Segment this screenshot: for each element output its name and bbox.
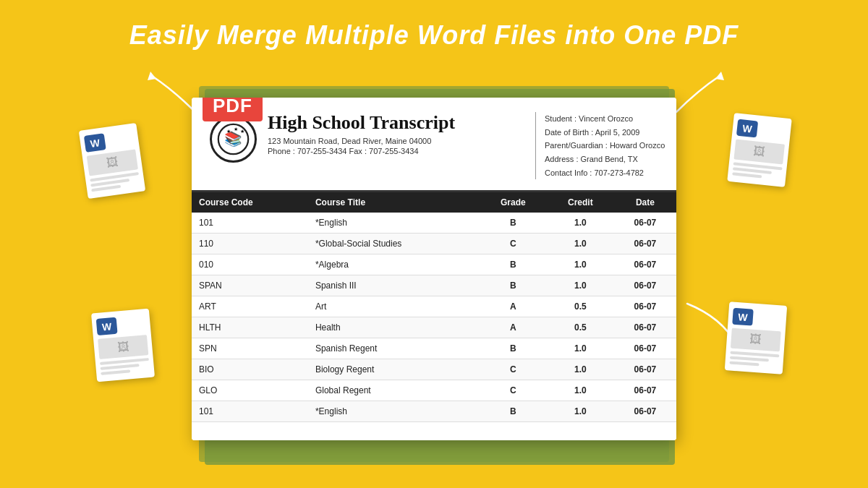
student-dob: Date of Birth : April 5, 2009 (545, 126, 665, 140)
cell-grade: B (480, 254, 547, 275)
svg-marker-0 (148, 72, 156, 80)
cell-code: BIO (192, 359, 308, 380)
table-header-row: Course Code Course Title Grade Credit Da… (192, 192, 676, 213)
cell-title: *English (308, 213, 480, 234)
cell-code: SPN (192, 338, 308, 359)
cell-grade: B (480, 338, 547, 359)
cell-code: 110 (192, 234, 308, 254)
student-contact: Contact Info : 707-273-4782 (545, 166, 665, 180)
cell-grade: C (480, 380, 547, 401)
col-header-credit: Credit (547, 192, 614, 213)
document-title: High School Transcript (268, 112, 524, 134)
student-info: Student : Vincent Orozco Date of Birth :… (535, 112, 665, 179)
cell-credit: 1.0 (547, 254, 614, 275)
word-doc-bottom-left: W 🖼 (91, 309, 155, 382)
doc-image: 🖼 (731, 328, 781, 352)
doc-lines: 🖼 (732, 140, 785, 183)
word-doc-top-left: W 🖼 (79, 123, 145, 199)
cell-code: GLO (192, 380, 308, 401)
arrow-top-right-icon (669, 69, 727, 119)
svg-text:★: ★ (234, 126, 238, 132)
school-logo-icon: 📚 ★ ★ ★ (210, 116, 257, 163)
table-row: 101 *English B 1.0 06-07 (192, 213, 676, 234)
doc-line (729, 361, 759, 367)
student-name: Student : Vincent Orozco (545, 112, 665, 126)
cell-credit: 0.5 (547, 317, 614, 338)
page-headline: Easily Merge Multiple Word Files into On… (0, 0, 868, 51)
cell-grade: B (480, 213, 547, 234)
transcript-table: Course Code Course Title Grade Credit Da… (192, 192, 676, 422)
col-header-code: Course Code (192, 192, 308, 213)
pdf-document: PDF 📚 ★ ★ ★ High School Transcript 123 M… (192, 98, 676, 440)
cell-code: SPAN (192, 275, 308, 296)
cell-title: Global Regent (308, 380, 480, 401)
cell-credit: 1.0 (547, 359, 614, 380)
svg-text:★: ★ (240, 128, 244, 134)
cell-title: *Global-Social Studies (308, 234, 480, 254)
cell-title: Health (308, 317, 480, 338)
cell-title: Biology Regent (308, 359, 480, 380)
table-row: BIO Biology Regent C 1.0 06-07 (192, 359, 676, 380)
cell-grade: C (480, 234, 547, 254)
cell-grade: B (480, 275, 547, 296)
cell-date: 06-07 (614, 338, 676, 359)
word-badge: W (736, 119, 758, 138)
word-badge: W (96, 317, 118, 335)
table-row: SPN Spanish Regent B 1.0 06-07 (192, 338, 676, 359)
cell-date: 06-07 (614, 213, 676, 234)
doc-title-section: High School Transcript 123 Mountain Road… (268, 112, 524, 157)
cell-title: Spanish III (308, 275, 480, 296)
table-row: SPAN Spanish III B 1.0 06-07 (192, 275, 676, 296)
cell-credit: 1.0 (547, 338, 614, 359)
cell-grade: B (480, 401, 547, 422)
cell-code: HLTH (192, 317, 308, 338)
cell-title: Art (308, 296, 480, 317)
table-row: 010 *Algebra B 1.0 06-07 (192, 254, 676, 275)
table-row: GLO Global Regent C 1.0 06-07 (192, 380, 676, 401)
cell-code: 101 (192, 401, 308, 422)
doc-line (101, 369, 130, 375)
col-header-title: Course Title (308, 192, 480, 213)
doc-address: 123 Mountain Road, Dead River, Maine 040… (268, 137, 524, 145)
cell-date: 06-07 (614, 254, 676, 275)
col-header-grade: Grade (480, 192, 547, 213)
cell-title: *English (308, 401, 480, 422)
col-header-date: Date (614, 192, 676, 213)
cell-date: 06-07 (614, 380, 676, 401)
doc-line (101, 364, 140, 370)
doc-image: 🖼 (98, 335, 148, 359)
cell-credit: 1.0 (547, 401, 614, 422)
cell-credit: 0.5 (547, 296, 614, 317)
blank-bottom-section (192, 422, 676, 440)
table-body: 101 *English B 1.0 06-07 110 *Global-Soc… (192, 213, 676, 422)
doc-line (100, 358, 149, 365)
doc-line (732, 172, 762, 178)
doc-image: 🖼 (733, 140, 785, 165)
cell-grade: A (480, 296, 547, 317)
table-row: 101 *English B 1.0 06-07 (192, 401, 676, 422)
cell-credit: 1.0 (547, 213, 614, 234)
word-badge: W (732, 308, 754, 326)
cell-grade: C (480, 359, 547, 380)
doc-header: 📚 ★ ★ ★ High School Transcript 123 Mount… (192, 98, 676, 192)
cell-date: 06-07 (614, 275, 676, 296)
cell-title: *Algebra (308, 254, 480, 275)
cell-credit: 1.0 (547, 234, 614, 254)
svg-marker-1 (715, 72, 724, 80)
doc-lines: 🖼 (87, 149, 141, 194)
pdf-stack: PDF 📚 ★ ★ ★ High School Transcript 123 M… (192, 83, 676, 440)
doc-lines: 🖼 (98, 335, 150, 377)
cell-date: 06-07 (614, 359, 676, 380)
svg-text:★: ★ (226, 128, 231, 134)
table-row: HLTH Health A 0.5 06-07 (192, 317, 676, 338)
cell-code: 101 (192, 213, 308, 234)
cell-code: ART (192, 296, 308, 317)
doc-phone: Phone : 707-255-3434 Fax : 707-255-3434 (268, 147, 524, 155)
table-row: ART Art A 0.5 06-07 (192, 296, 676, 317)
doc-lines: 🖼 (729, 328, 781, 370)
table-row: 110 *Global-Social Studies C 1.0 06-07 (192, 234, 676, 254)
cell-code: 010 (192, 254, 308, 275)
cell-credit: 1.0 (547, 380, 614, 401)
cell-grade: A (480, 317, 547, 338)
cell-date: 06-07 (614, 317, 676, 338)
